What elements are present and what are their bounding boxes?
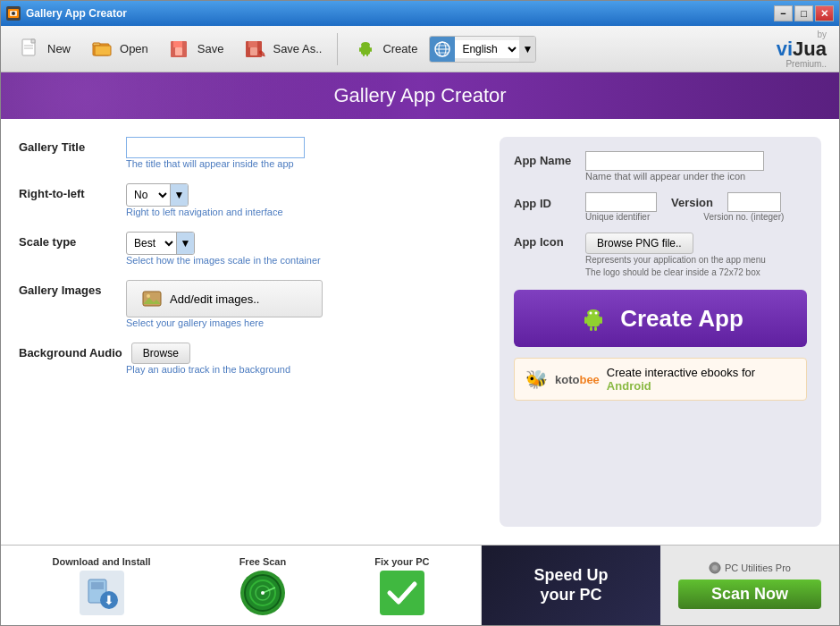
gallery-title-input[interactable] (126, 137, 305, 158)
language-select[interactable]: English Spanish French German Arabic (455, 40, 519, 58)
open-button[interactable]: Open (82, 32, 156, 66)
background-audio-row: Background Audio Browse Play an audio tr… (19, 343, 482, 375)
app-name-row: App Name Name that will appear under the… (514, 151, 807, 182)
rtl-select[interactable]: No Yes (127, 186, 170, 204)
scale-type-label: Scale type (19, 232, 117, 249)
pc-utilities-icon (709, 562, 721, 574)
app-name-hint: Name that will appear under the icon (585, 171, 807, 182)
app-name-field-row: App Name (514, 151, 807, 171)
saveas-icon: ✎ (243, 37, 268, 62)
app-icon-field-row: App Icon Browse PNG file.. (514, 233, 807, 254)
gallery-images-hint: Select your gallery images here (126, 317, 482, 328)
rtl-arrow-icon[interactable]: ▼ (170, 184, 188, 206)
download-install-label: Download and Install (53, 556, 151, 567)
svg-point-30 (147, 294, 150, 298)
app-icon-hint2: The logo should be clear inside a 72x72 … (585, 266, 807, 279)
main-content: Gallery Title The title that will appear… (1, 119, 839, 545)
version-hint: Version no. (integer) (703, 212, 784, 222)
gallery-title-hint: The title that will appear inside the ap… (126, 158, 482, 169)
kotobee-logo: kotobee (555, 373, 600, 386)
brand-logo: by viJua Premium.. (777, 30, 830, 69)
scale-type-arrow-icon[interactable]: ▼ (176, 233, 194, 254)
create-button[interactable]: Create (345, 32, 425, 66)
version-input[interactable] (727, 192, 781, 212)
browse-audio-button[interactable]: Browse (131, 343, 190, 364)
background-audio-hint: Play an audio track in the background (126, 364, 482, 375)
appid-version-inputs: Version (585, 192, 781, 212)
background-audio-label: Background Audio (19, 343, 122, 360)
rtl-label: Right-to-left (19, 183, 117, 200)
svg-point-34 (590, 312, 592, 315)
svg-point-35 (595, 312, 598, 315)
language-dropdown-arrow[interactable]: ▼ (519, 37, 535, 62)
app-name-input[interactable] (585, 151, 764, 171)
globe-icon (430, 37, 455, 62)
right-panel: App Name Name that will appear under the… (500, 137, 821, 527)
app-icon-hint1: Represents your application on the app m… (585, 254, 807, 266)
speed-up-line1: Speed Up (533, 566, 608, 586)
language-selector[interactable]: English Spanish French German Arabic ▼ (429, 36, 536, 63)
svg-rect-22 (363, 53, 365, 56)
save-button[interactable]: Save (160, 32, 232, 66)
rtl-field-row: Right-to-left No Yes ▼ (19, 183, 482, 207)
title-bar: Gallery App Creator − □ ✕ (1, 1, 839, 26)
brand-jua: Jua (793, 38, 827, 60)
gallery-images-label: Gallery Images (19, 280, 117, 297)
app-id-field-label: App ID (514, 194, 576, 210)
close-button[interactable]: ✕ (815, 5, 834, 21)
new-button[interactable]: New (10, 32, 79, 66)
svg-point-19 (367, 42, 369, 44)
gallery-images-field-row: Gallery Images Add/edit images.. (19, 280, 482, 317)
pc-utilities-label: PC Utilities Pro (709, 562, 791, 574)
svg-rect-8 (95, 46, 111, 55)
open-icon (90, 37, 115, 62)
rtl-row: Right-to-left No Yes ▼ Right to left nav… (19, 183, 482, 217)
header-title: Gallery App Creator (333, 84, 506, 107)
save-label: Save (197, 42, 224, 55)
maximize-button[interactable]: □ (794, 5, 813, 21)
save-icon (168, 37, 193, 62)
gallery-title-label: Gallery Title (19, 137, 117, 154)
svg-rect-17 (361, 46, 370, 55)
create-app-button[interactable]: Create App (514, 290, 807, 347)
browse-png-button[interactable]: Browse PNG file.. (585, 233, 693, 254)
svg-rect-41 (91, 582, 104, 589)
scan-now-button[interactable]: Scan Now (678, 579, 821, 609)
svg-rect-13 (248, 41, 257, 47)
koto-text: koto (555, 373, 579, 386)
kotobee-description: Create interactive ebooks for Android (607, 366, 795, 393)
minimize-button[interactable]: − (774, 5, 793, 21)
svg-point-51 (712, 565, 718, 571)
bottom-left-panel: Download and Install ⬇ Free Scan (1, 546, 482, 625)
new-label: New (47, 42, 71, 55)
fix-pc-item: Fix your PC (374, 556, 429, 615)
fix-pc-icon (380, 571, 424, 615)
kotobee-banner[interactable]: 🐝 kotobee Create interactive ebooks for … (514, 358, 807, 401)
create-app-label: Create App (620, 305, 743, 333)
brand-name: viJua (777, 39, 827, 59)
download-install-icon: ⬇ (80, 571, 124, 615)
svg-rect-14 (250, 47, 257, 55)
svg-point-18 (362, 42, 364, 44)
scale-type-dropdown[interactable]: Best Fit Crop ▼ (126, 232, 195, 255)
bee-text: bee (579, 373, 599, 386)
app-id-input[interactable] (585, 192, 657, 212)
saveas-button[interactable]: ✎ Save As.. (235, 32, 330, 66)
title-bar-left: Gallery App Creator (6, 6, 127, 21)
kotobee-text: Create interactive ebooks for (607, 366, 755, 379)
app-window: Gallery App Creator − □ ✕ New (0, 0, 840, 626)
rtl-dropdown[interactable]: No Yes ▼ (126, 183, 189, 207)
create-icon (353, 37, 378, 62)
add-edit-images-button[interactable]: Add/edit images.. (126, 280, 323, 317)
scale-type-select[interactable]: Best Fit Crop (127, 234, 176, 252)
scale-type-row: Scale type Best Fit Crop ▼ Select how th… (19, 232, 482, 266)
speed-up-text: Speed Up your PC (533, 566, 608, 605)
speed-up-banner: Speed Up your PC (482, 546, 660, 625)
scale-type-field-row: Scale type Best Fit Crop ▼ (19, 232, 482, 255)
free-scan-item: Free Scan (239, 556, 287, 615)
svg-rect-10 (173, 41, 182, 47)
svg-rect-36 (584, 317, 587, 324)
appid-version-row: App ID Version Unique identifier Version… (514, 192, 807, 222)
new-icon (18, 37, 43, 62)
pc-utilities-panel: PC Utilities Pro Scan Now (660, 546, 839, 625)
